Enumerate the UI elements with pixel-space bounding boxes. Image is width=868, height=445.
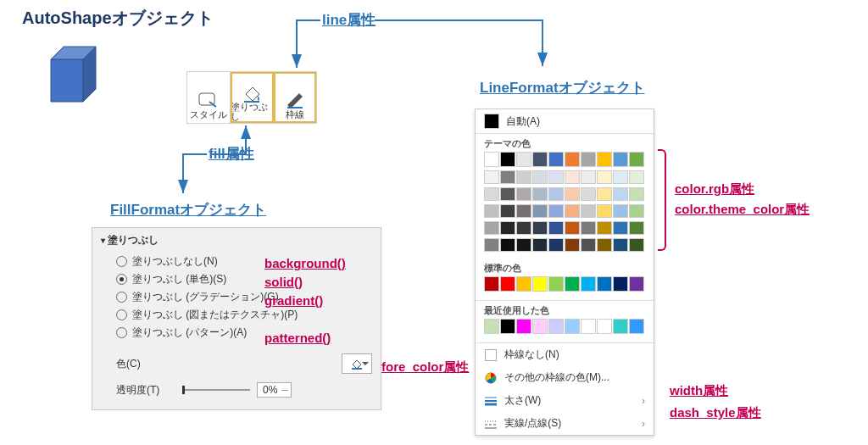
- color-swatch[interactable]: [484, 276, 499, 292]
- color-swatch[interactable]: [532, 319, 548, 334]
- color-swatch[interactable]: [516, 276, 531, 292]
- color-swatch[interactable]: [629, 187, 644, 201]
- color-swatch[interactable]: [565, 204, 580, 218]
- auto-color-row[interactable]: 自動(A): [476, 109, 654, 133]
- color-swatch[interactable]: [548, 170, 564, 184]
- color-swatch[interactable]: [484, 221, 499, 235]
- color-swatch[interactable]: [613, 319, 628, 334]
- color-swatch[interactable]: [500, 187, 515, 201]
- color-swatch[interactable]: [548, 319, 564, 334]
- color-swatch[interactable]: [484, 152, 499, 167]
- fill-solid-option[interactable]: 塗りつぶし (単色)(S): [116, 272, 372, 286]
- color-swatch[interactable]: [597, 276, 612, 292]
- color-swatch[interactable]: [613, 152, 628, 167]
- color-swatch[interactable]: [581, 238, 596, 252]
- fill-gradient-option[interactable]: 塗りつぶし (グラデーション)(G): [116, 290, 372, 304]
- transparency-value[interactable]: 0%: [257, 382, 292, 398]
- color-swatch[interactable]: [532, 276, 548, 292]
- color-swatch[interactable]: [500, 238, 515, 252]
- fill-color-button[interactable]: [342, 353, 372, 374]
- color-swatch[interactable]: [629, 204, 644, 218]
- color-swatch[interactable]: [597, 170, 612, 184]
- color-swatch[interactable]: [500, 152, 515, 167]
- color-swatch[interactable]: [581, 152, 596, 167]
- color-swatch[interactable]: [484, 204, 499, 218]
- color-swatch[interactable]: [581, 170, 596, 184]
- color-swatch[interactable]: [597, 221, 612, 235]
- color-swatch[interactable]: [565, 319, 580, 334]
- color-swatch[interactable]: [500, 276, 515, 292]
- recent-color-swatches[interactable]: [476, 319, 654, 337]
- color-swatch[interactable]: [581, 204, 596, 218]
- color-swatch[interactable]: [548, 187, 564, 201]
- color-swatch[interactable]: [532, 152, 548, 167]
- color-swatch[interactable]: [597, 238, 612, 252]
- color-swatch[interactable]: [565, 170, 580, 184]
- theme-shade-swatches[interactable]: [476, 170, 654, 255]
- color-swatch[interactable]: [597, 319, 612, 334]
- color-swatch[interactable]: [500, 204, 515, 218]
- more-colors-row[interactable]: その他の枠線の色(M)...: [476, 366, 654, 389]
- color-swatch[interactable]: [581, 276, 596, 292]
- color-swatch[interactable]: [597, 152, 612, 167]
- color-swatch[interactable]: [532, 238, 548, 252]
- color-swatch[interactable]: [565, 221, 580, 235]
- ribbon-style-button[interactable]: スタイル: [187, 72, 231, 123]
- color-swatch[interactable]: [597, 187, 612, 201]
- color-swatch[interactable]: [613, 204, 628, 218]
- color-swatch[interactable]: [629, 238, 644, 252]
- theme-color-swatches[interactable]: [476, 152, 654, 170]
- color-swatch[interactable]: [516, 221, 531, 235]
- ribbon-fill-button[interactable]: 塗りつぶし: [231, 72, 274, 123]
- color-swatch[interactable]: [484, 187, 499, 201]
- color-swatch[interactable]: [581, 187, 596, 201]
- color-swatch[interactable]: [532, 187, 548, 201]
- color-swatch[interactable]: [629, 319, 644, 334]
- color-swatch[interactable]: [548, 152, 564, 167]
- color-swatch[interactable]: [516, 187, 531, 201]
- color-swatch[interactable]: [516, 170, 531, 184]
- color-swatch[interactable]: [565, 276, 580, 292]
- color-swatch[interactable]: [629, 170, 644, 184]
- no-line-row[interactable]: 枠線なし(N): [476, 343, 654, 366]
- color-swatch[interactable]: [613, 187, 628, 201]
- color-swatch[interactable]: [629, 221, 644, 235]
- color-swatch[interactable]: [548, 276, 564, 292]
- ribbon-border-button[interactable]: 枠線: [274, 72, 316, 123]
- color-swatch[interactable]: [613, 170, 628, 184]
- color-swatch[interactable]: [548, 204, 564, 218]
- color-swatch[interactable]: [532, 204, 548, 218]
- color-swatch[interactable]: [629, 152, 644, 167]
- color-swatch[interactable]: [565, 238, 580, 252]
- color-swatch[interactable]: [484, 319, 499, 334]
- color-swatch[interactable]: [516, 238, 531, 252]
- color-swatch[interactable]: [565, 152, 580, 167]
- color-swatch[interactable]: [484, 238, 499, 252]
- color-swatch[interactable]: [484, 170, 499, 184]
- color-swatch[interactable]: [629, 276, 644, 292]
- color-swatch[interactable]: [516, 152, 531, 167]
- color-swatch[interactable]: [516, 319, 531, 334]
- color-swatch[interactable]: [613, 238, 628, 252]
- color-swatch[interactable]: [548, 221, 564, 235]
- color-swatch[interactable]: [565, 187, 580, 201]
- line-dash-row[interactable]: 実線/点線(S) ›: [476, 412, 654, 435]
- color-swatch[interactable]: [613, 276, 628, 292]
- color-swatch[interactable]: [548, 238, 564, 252]
- fill-picture-option[interactable]: 塗りつぶし (図またはテクスチャ)(P): [116, 308, 372, 322]
- fill-pattern-option[interactable]: 塗りつぶし (パターン)(A): [116, 325, 372, 340]
- standard-color-swatches[interactable]: [476, 276, 654, 295]
- color-swatch[interactable]: [532, 170, 548, 184]
- color-swatch[interactable]: [500, 319, 515, 334]
- color-swatch[interactable]: [597, 204, 612, 218]
- color-swatch[interactable]: [500, 170, 515, 184]
- patterned-method-label: patterned(): [264, 331, 331, 345]
- color-swatch[interactable]: [613, 221, 628, 235]
- color-swatch[interactable]: [581, 221, 596, 235]
- color-swatch[interactable]: [500, 221, 515, 235]
- color-swatch[interactable]: [532, 221, 548, 235]
- color-swatch[interactable]: [581, 319, 596, 334]
- line-weight-row[interactable]: 太さ(W) ›: [476, 389, 654, 412]
- color-swatch[interactable]: [516, 204, 531, 218]
- transparency-slider[interactable]: [182, 389, 250, 391]
